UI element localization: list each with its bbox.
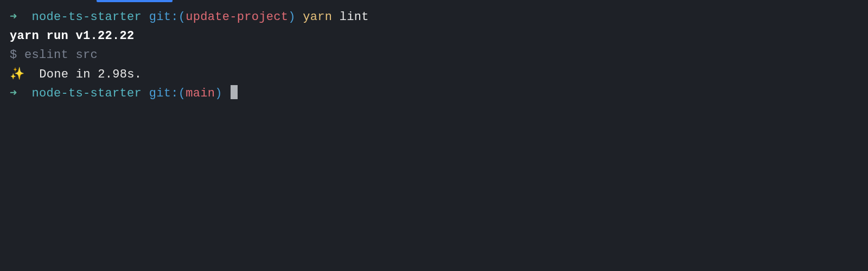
prompt-arrow-icon: ➜ xyxy=(10,10,17,24)
yarn-run-version: yarn run v1.22.22 xyxy=(10,27,858,46)
git-label-close: ) xyxy=(215,87,222,100)
shell-command: eslint src xyxy=(24,48,98,62)
git-branch: main xyxy=(186,87,215,100)
done-line: ✨ Done in 2.98s. xyxy=(10,65,858,84)
tab-active-indicator xyxy=(97,0,173,2)
prompt-line-2: ➜ node-ts-starter git:(main) xyxy=(10,84,858,103)
prompt-directory: node-ts-starter xyxy=(32,87,142,100)
command-yarn: yarn xyxy=(303,10,332,24)
prompt-line-1: ➜ node-ts-starter git:(update-project) y… xyxy=(10,8,858,27)
git-label-close: ) xyxy=(288,10,296,24)
git-label-open: git:( xyxy=(149,10,186,24)
done-message: Done in 2.98s. xyxy=(39,68,142,81)
prompt-arrow-icon: ➜ xyxy=(10,87,17,100)
command-arg: lint xyxy=(340,10,369,24)
sparkle-icon: ✨ xyxy=(10,65,24,84)
shell-prefix: $ xyxy=(10,48,17,62)
terminal-content[interactable]: ➜ node-ts-starter git:(update-project) y… xyxy=(10,8,858,103)
cursor-block[interactable] xyxy=(231,85,238,99)
git-label-open: git:( xyxy=(149,87,186,100)
git-branch: update-project xyxy=(186,10,288,24)
prompt-directory: node-ts-starter xyxy=(32,10,142,24)
shell-command-line: $ eslint src xyxy=(10,46,858,64)
